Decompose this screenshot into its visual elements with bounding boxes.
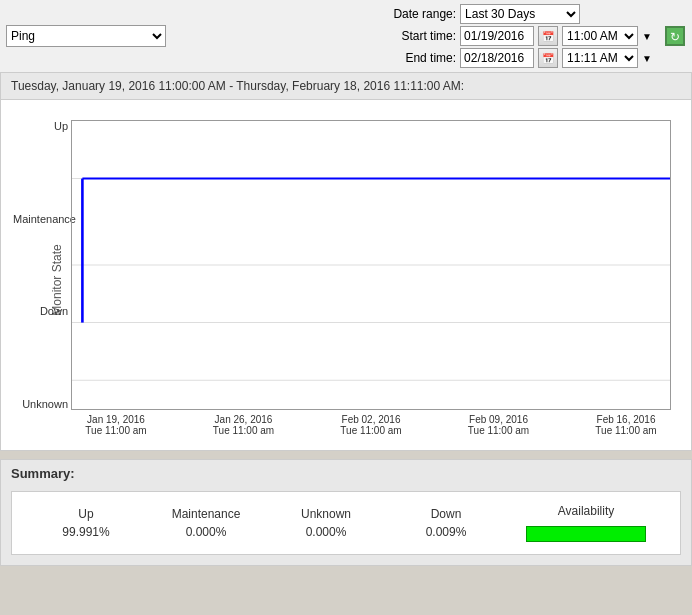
calendar-icon-end: 📅 (542, 53, 554, 64)
x-daytime-1: Tue 11:00 am (199, 425, 289, 436)
x-date-1: Jan 26, 2016 (199, 414, 289, 425)
summary-header-unknown: Unknown (301, 507, 351, 521)
summary-col-down: Down 0.009% (406, 507, 486, 539)
summary-value-up: 99.991% (62, 525, 109, 539)
start-time-label: Start time: (384, 29, 456, 43)
availability-bar (526, 526, 646, 542)
summary-value-unknown: 0.000% (306, 525, 347, 539)
y-label-up: Up (13, 120, 68, 132)
end-time-label: End time: (384, 51, 456, 65)
summary-title: Summary: (11, 466, 681, 481)
date-range-select[interactable]: Last 30 Days (460, 4, 580, 24)
date-range-row: Date range: Last 30 Days (384, 4, 652, 24)
summary-headers-row: Up 99.991% Maintenance 0.000% Unknown 0.… (22, 504, 670, 542)
x-label-3: Feb 09, 2016 Tue 11:00 am (454, 414, 544, 436)
chart-plot-wrapper: Up Maintenance Down Unknown (71, 120, 671, 410)
svg-text:↻: ↻ (670, 30, 680, 44)
chart-header: Tuesday, January 19, 2016 11:00:00 AM - … (0, 73, 692, 100)
y-label-down: Down (13, 305, 68, 317)
y-label-maintenance: Maintenance (13, 213, 68, 225)
summary-col-availability: Availability (526, 504, 646, 542)
monitor-select[interactable]: Ping (6, 25, 166, 47)
refresh-button[interactable]: ↻ (664, 25, 686, 47)
summary-header-maintenance: Maintenance (172, 507, 241, 521)
end-calendar-button[interactable]: 📅 (538, 48, 558, 68)
end-time-select[interactable]: 11:11 AM (562, 48, 638, 68)
start-time-chevron-icon: ▼ (642, 31, 652, 42)
toolbar: Ping Date range: Last 30 Days Start time… (0, 0, 692, 73)
x-date-2: Feb 02, 2016 (326, 414, 416, 425)
summary-col-up: Up 99.991% (46, 507, 126, 539)
end-time-row: End time: 📅 11:11 AM ▼ (384, 48, 652, 68)
summary-header-down: Down (431, 507, 462, 521)
separator (0, 451, 692, 459)
x-label-2: Feb 02, 2016 Tue 11:00 am (326, 414, 416, 436)
chart-area: Monitor State Up Maintenance Down Unknow… (0, 100, 692, 451)
summary-header-availability: Availability (558, 504, 614, 518)
chart-svg (72, 121, 670, 409)
calendar-icon: 📅 (542, 31, 554, 42)
summary-col-maintenance: Maintenance 0.000% (166, 507, 246, 539)
date-controls: Date range: Last 30 Days Start time: 📅 1… (384, 4, 652, 68)
x-label-0: Jan 19, 2016 Tue 11:00 am (71, 414, 161, 436)
x-daytime-2: Tue 11:00 am (326, 425, 416, 436)
chart-date-range: Tuesday, January 19, 2016 11:00:00 AM - … (11, 79, 464, 93)
x-date-3: Feb 09, 2016 (454, 414, 544, 425)
end-time-chevron-icon: ▼ (642, 53, 652, 64)
x-daytime-3: Tue 11:00 am (454, 425, 544, 436)
x-daytime-0: Tue 11:00 am (71, 425, 161, 436)
y-label-unknown: Unknown (13, 398, 68, 410)
summary-value-down: 0.009% (426, 525, 467, 539)
start-calendar-button[interactable]: 📅 (538, 26, 558, 46)
start-date-input[interactable] (460, 26, 534, 46)
start-time-row: Start time: 📅 11:00 AM ▼ (384, 26, 652, 46)
start-time-select[interactable]: 11:00 AM (562, 26, 638, 46)
x-date-0: Jan 19, 2016 (71, 414, 161, 425)
summary-section: Summary: Up 99.991% Maintenance 0.000% U… (0, 459, 692, 566)
date-range-label: Date range: (384, 7, 456, 21)
x-axis: Jan 19, 2016 Tue 11:00 am Jan 26, 2016 T… (71, 414, 671, 436)
x-label-1: Jan 26, 2016 Tue 11:00 am (199, 414, 289, 436)
end-date-input[interactable] (460, 48, 534, 68)
summary-header-up: Up (78, 507, 93, 521)
refresh-icon: ↻ (665, 26, 685, 46)
summary-col-unknown: Unknown 0.000% (286, 507, 366, 539)
summary-value-maintenance: 0.000% (186, 525, 227, 539)
chart-plot (71, 120, 671, 410)
summary-table: Up 99.991% Maintenance 0.000% Unknown 0.… (11, 491, 681, 555)
x-date-4: Feb 16, 2016 (581, 414, 671, 425)
x-daytime-4: Tue 11:00 am (581, 425, 671, 436)
chart-container: Monitor State Up Maintenance Down Unknow… (71, 120, 671, 440)
y-axis-labels: Up Maintenance Down Unknown (13, 120, 68, 410)
x-label-4: Feb 16, 2016 Tue 11:00 am (581, 414, 671, 436)
